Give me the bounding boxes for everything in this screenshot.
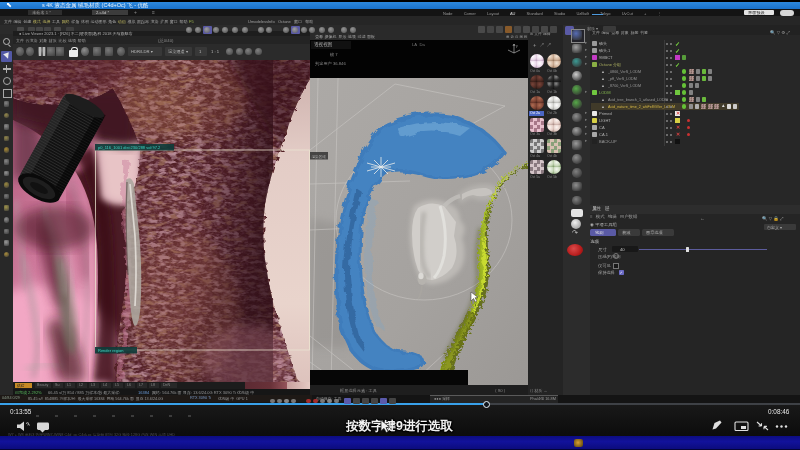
svg-text:渲染区域: 渲染区域 (312, 154, 327, 159)
svg-text:Render region: Render region (98, 348, 123, 353)
svg-text:p0_116_1001 dist:230/288 vol:9: p0_116_1001 dist:230/288 vol:97.2 (98, 145, 161, 150)
svg-text:y: y (516, 44, 518, 48)
